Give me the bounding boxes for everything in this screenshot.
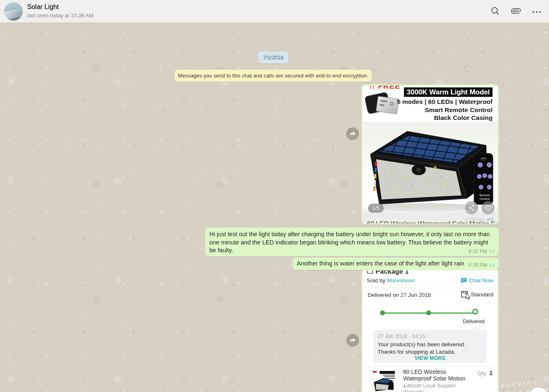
search-icon[interactable]	[490, 6, 501, 16]
delivered-on-text: Delivered on 27 Jun 2018	[368, 292, 431, 298]
read-receipt-checks: ✓✓	[488, 249, 495, 254]
product-thumbnail	[371, 369, 396, 392]
warranty-text: 1 Month Local Supplier Warranty	[403, 383, 473, 392]
lazada-order-screenshot: Package 1 Sold by MoreVision Chat Now De…	[363, 270, 497, 392]
event-description: Your product(s) has been delivered. Than…	[378, 341, 483, 356]
paperclip-icon[interactable]	[511, 6, 521, 16]
tooltip-pointer	[472, 326, 479, 330]
read-receipt-checks: ✓✓	[488, 262, 495, 268]
promo-banner: 3000K Warm Light Model	[404, 87, 493, 97]
scroll-to-bottom-button[interactable]	[528, 387, 549, 392]
svg-text:Control: Control	[480, 197, 490, 200]
seller-link: MoreVision	[387, 277, 415, 284]
date-divider: 7/1/2018	[258, 52, 289, 63]
chat-header: Solar Light last seen today at 10:36 AM	[0, 0, 549, 23]
svg-text:Remote: Remote	[479, 194, 490, 197]
outgoing-image-message[interactable]: !! FREE 3000K Warm Light Model 5 modes |…	[361, 85, 499, 225]
package-icon	[367, 270, 373, 275]
chat-message-area: 7/1/2018 Messages you send to this chat …	[0, 23, 549, 392]
whatsapp-chat-window: Solar Light last seen today at 10:36 AM …	[0, 0, 549, 392]
outgoing-text-message: Hi just test out the light today after c…	[205, 228, 499, 256]
contact-avatar[interactable]	[4, 2, 23, 21]
message-timestamp: 8:35 PM ✓✓	[469, 262, 495, 268]
delivery-event-box: 27 Jun 2018 - 14:15 Your product(s) has …	[373, 330, 487, 363]
progress-node	[426, 310, 431, 315]
quantity: Qty: 1	[478, 370, 493, 376]
chat-bubble-icon	[461, 278, 467, 283]
forward-icon[interactable]	[346, 334, 359, 347]
package-header: Package 1	[367, 270, 409, 275]
mouse-cursor-icon	[466, 293, 471, 301]
message-text: Hi just test out the light today after c…	[209, 230, 495, 255]
image-caption: 60 LED Wireless Waterproof Solar Motion …	[367, 221, 497, 223]
progress-node-current	[472, 309, 478, 315]
contact-name[interactable]: Solar Light	[27, 3, 59, 11]
remote-control-graphic: Remote Control	[474, 153, 493, 204]
outgoing-text-message: Another thing is water enters the case o…	[293, 258, 499, 270]
progress-node	[380, 310, 385, 315]
promo-specs: 5 modes | 60 LEDs | Waterproof Smart Rem…	[397, 98, 493, 122]
solar-light-photo: Remote Control	[363, 122, 497, 217]
product-promo-image: !! FREE 3000K Warm Light Model 5 modes |…	[363, 86, 497, 223]
delivery-status-label: Delivered	[463, 319, 485, 324]
outgoing-image-message[interactable]: Package 1 Sold by MoreVision Chat Now De…	[361, 269, 499, 392]
free-gift-multitool-graphic	[365, 90, 400, 119]
image-counter-badge: 1/5	[368, 204, 384, 213]
encryption-notice: Messages you send to this chat and calls…	[175, 70, 372, 82]
message-text: Another thing is water enters the case o…	[297, 260, 464, 268]
message-timestamp: 8:31 PM ✓✓	[469, 248, 495, 254]
menu-dots-icon[interactable]	[531, 7, 542, 17]
forward-icon[interactable]	[346, 127, 359, 140]
last-seen-status: last seen today at 10:36 AM	[27, 12, 93, 19]
event-timestamp: 27 Jun 2018 - 14:15	[378, 333, 425, 339]
chat-now-link: Chat Now	[461, 277, 493, 284]
view-more-link: VIEW MORE	[373, 355, 487, 361]
seller-row: Sold by MoreVision Chat Now	[367, 277, 493, 286]
heart-icon[interactable]	[481, 201, 495, 214]
share-icon[interactable]	[465, 201, 478, 214]
sold-by-label: Sold by	[367, 277, 385, 284]
